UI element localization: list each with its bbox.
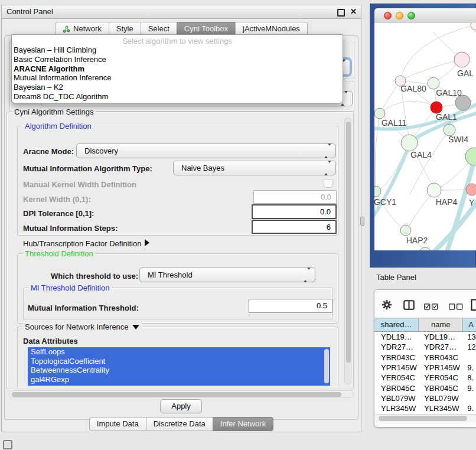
column-header-name[interactable]: name xyxy=(419,318,463,331)
table-row[interactable]: YDR27…YDR27…12 xyxy=(374,342,476,352)
table-cell[interactable]: 13 xyxy=(463,332,476,341)
table-cell[interactable]: YBR045C xyxy=(374,384,419,393)
network-node-salmon[interactable] xyxy=(466,184,476,195)
algorithm-option-mutual-information-inference[interactable]: Mutual Information Inference xyxy=(12,73,343,83)
minimize-traffic-light[interactable] xyxy=(396,12,403,19)
zoom-traffic-light[interactable] xyxy=(407,12,415,19)
list-scrollbar-thumb[interactable] xyxy=(324,349,329,383)
close-traffic-light[interactable] xyxy=(384,12,392,19)
network-node-big-green[interactable] xyxy=(465,148,476,165)
network-node-bottom-partial[interactable] xyxy=(419,247,431,250)
tab-label: Discretize Data xyxy=(154,418,206,431)
float-window-icon[interactable] xyxy=(337,9,345,17)
table-cell[interactable]: YDR27… xyxy=(419,343,463,351)
column-header-a[interactable]: A xyxy=(463,318,476,331)
algorithm-option-dream8-dc-tdc-algorithm[interactable]: Dream8 DC_TDC Algorithm xyxy=(12,92,343,102)
node-label-gal10: GAL10 xyxy=(436,88,462,97)
dpi-tolerance-field[interactable]: 0.0 xyxy=(252,204,337,219)
table-row[interactable]: YBL079WYBL079W xyxy=(374,393,476,403)
table-cell[interactable]: 9. xyxy=(463,404,476,413)
attribute-item-topologicalcoefficient[interactable]: TopologicalCoefficient xyxy=(28,357,330,366)
network-node-gcy1[interactable] xyxy=(374,186,381,197)
network-node-gal-pink[interactable] xyxy=(454,52,470,67)
manual-kernel-checkbox[interactable] xyxy=(324,179,332,188)
kernel-width-field[interactable]: 0.0 xyxy=(253,190,337,204)
control-panel-title: Control Panel xyxy=(6,7,53,16)
minimized-panel-icon[interactable] xyxy=(3,440,12,449)
hub-section-toggle[interactable]: Hub/Transcription Factor Definition xyxy=(23,239,149,248)
table-cell[interactable]: YDR27… xyxy=(374,343,419,351)
table-cell[interactable]: YER054C xyxy=(374,373,419,382)
deselect-all-icon[interactable] xyxy=(449,304,463,310)
algorithm-option-basic-correlation-inference[interactable]: Basic Correlation Inference xyxy=(12,55,343,64)
table-row[interactable]: YER054CYER054C8. xyxy=(374,373,476,383)
table-row[interactable]: YLR345WYLR345W9. xyxy=(374,403,476,413)
scrollbar-thumb[interactable] xyxy=(12,392,341,397)
network-node-hap2[interactable] xyxy=(400,225,411,236)
table-cell[interactable]: YPR145W xyxy=(374,363,419,372)
mi-steps-field[interactable]: 6 xyxy=(252,220,337,234)
table-row[interactable]: YBR045CYBR045C9. xyxy=(374,383,476,393)
tab-discretize-data[interactable]: Discretize Data xyxy=(146,417,213,431)
table-cell[interactable]: YLR345W xyxy=(419,404,463,413)
table-cell[interactable]: 9. xyxy=(463,363,476,372)
tab-label: Network xyxy=(73,22,102,35)
scrollbar-thumb[interactable] xyxy=(379,416,467,421)
table-row[interactable]: YBR043CYBR043C xyxy=(374,353,476,363)
table-horizontal-scrollbar[interactable] xyxy=(376,414,476,422)
aracne-mode-select[interactable]: Discovery xyxy=(76,144,336,158)
network-node-gal11[interactable] xyxy=(374,108,385,119)
table-cell[interactable]: YPR145W xyxy=(419,363,463,372)
select-all-icon[interactable] xyxy=(424,304,438,310)
attribute-item-selfloops[interactable]: SelfLoops xyxy=(28,347,330,357)
split-pane-handle[interactable] xyxy=(360,217,364,226)
attribute-item-gal4rgexp[interactable]: gal4RGexp xyxy=(28,375,330,384)
apply-button[interactable]: Apply xyxy=(160,399,202,413)
mi-threshold-field[interactable]: 0.5 xyxy=(249,299,332,313)
algorithm-option-aracne-algorithm[interactable]: ARACNE Algorithm xyxy=(12,64,343,74)
network-window-titlebar xyxy=(374,8,476,24)
gear-icon[interactable] xyxy=(382,299,392,310)
table-cell[interactable]: YDL19… xyxy=(419,332,463,341)
expand-right-icon[interactable] xyxy=(145,239,149,246)
table-cell[interactable]: 12 xyxy=(463,343,476,351)
table-cell[interactable]: YBR043C xyxy=(374,353,419,362)
which-threshold-select[interactable]: MI Threshold xyxy=(139,268,315,282)
scrollbar-thumb[interactable] xyxy=(346,122,351,363)
network-node-gal10[interactable] xyxy=(428,77,439,89)
columns-icon[interactable] xyxy=(403,300,415,310)
content-horizontal-scrollbar[interactable] xyxy=(9,390,354,398)
table-cell[interactable]: YER054C xyxy=(419,373,463,382)
network-canvas[interactable]: GALGAL80GAL10GAL1GAL11SWI4GAL4GCY1HAP4YH… xyxy=(374,23,476,250)
table-cell[interactable]: YBR043C xyxy=(419,353,463,362)
collapse-down-icon[interactable] xyxy=(132,325,139,330)
network-node-gal1[interactable] xyxy=(431,102,442,113)
attribute-item-betweennesscentrality[interactable]: BetweennessCentrality xyxy=(28,366,330,375)
mi-type-select[interactable]: Naive Bayes xyxy=(173,161,336,175)
data-attributes-list[interactable]: SelfLoopsTopologicalCoefficientBetweenne… xyxy=(28,347,330,386)
tab-impute-data[interactable]: Impute Data xyxy=(89,417,146,431)
settings-vertical-scrollbar[interactable] xyxy=(344,118,351,384)
table-cell[interactable]: YBL079W xyxy=(419,394,463,403)
network-node-top-partial[interactable] xyxy=(471,23,476,30)
data-attributes-label: Data Attributes xyxy=(23,337,78,345)
table-cell[interactable]: YDL19… xyxy=(374,332,419,341)
node-label-gal4: GAL4 xyxy=(410,150,432,159)
network-node-gal4[interactable] xyxy=(401,135,418,151)
close-icon[interactable]: ✕ xyxy=(350,7,357,16)
column-header-shared[interactable]: shared… xyxy=(374,318,419,331)
table-cell[interactable]: 9. xyxy=(463,384,476,393)
tab-infer-network[interactable]: Infer Network xyxy=(213,417,273,431)
table-row[interactable]: YDL19…YDL19…13 xyxy=(374,332,476,342)
table-cell[interactable]: YLR345W xyxy=(374,404,419,413)
algorithm-option-bayesian-hill-climbing[interactable]: Bayesian – Hill Climbing xyxy=(12,45,343,55)
table-row[interactable]: YPR145WYPR145W9. xyxy=(374,363,476,373)
mi-steps-label: Mutual Information Steps: xyxy=(23,224,118,233)
network-node-hap4[interactable] xyxy=(427,183,441,197)
new-table-icon[interactable] xyxy=(471,299,476,311)
table-cell[interactable]: YBL079W xyxy=(374,394,419,403)
table-cell[interactable]: YBR045C xyxy=(419,384,463,393)
algorithm-option-bayesian-k2[interactable]: Bayesian – K2 xyxy=(12,83,343,92)
table-cell[interactable]: 8. xyxy=(463,373,476,382)
network-node-swi4[interactable] xyxy=(444,124,455,136)
